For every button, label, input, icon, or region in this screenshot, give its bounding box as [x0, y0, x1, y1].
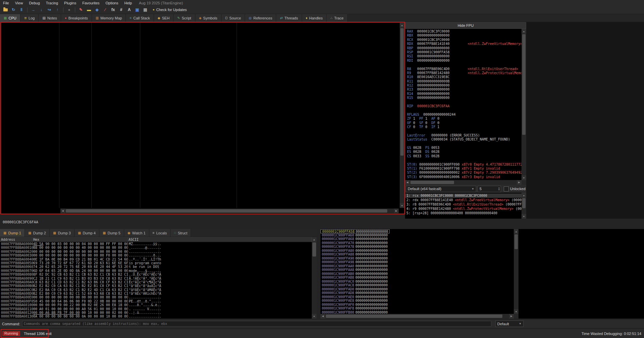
argument-row[interactable]: 1: rcx 000001CBC3FC0000 000001CBC3FC0000 [405, 193, 522, 198]
animate-icon[interactable]: ● [65, 6, 73, 13]
notes-icon[interactable]: ▤ [141, 6, 149, 13]
stack-row[interactable]: 0000001C900FFAF80000000000000000 [320, 306, 390, 311]
dump-tab-dump-4[interactable]: ▦Dump 4 [75, 229, 99, 237]
scroll-down-icon[interactable]: ▼ [312, 314, 316, 319]
pause-icon[interactable]: ‖ [17, 6, 26, 13]
register-line[interactable]: RCX 000001CBC3FC0000 [407, 38, 522, 42]
stack-row[interactable]: 0000001C900FFAE80000000000000000 [320, 299, 390, 303]
scroll-down-icon[interactable]: ▼ [400, 203, 404, 208]
stack-row[interactable]: 0000001C900FFAB80000000000000000 [320, 276, 390, 280]
disassembly-pane[interactable] [1, 22, 405, 214]
menu-options[interactable]: Options [103, 0, 121, 6]
menu-view[interactable]: View [12, 0, 26, 6]
register-line[interactable]: OF 0 SF 0 DF 0 [407, 121, 522, 125]
step-into-icon[interactable]: ↓ [37, 6, 45, 13]
register-line[interactable]: CF 0 TF 0 IF 1 [407, 125, 522, 129]
menu-plugins[interactable]: Plugins [61, 0, 79, 6]
register-line[interactable]: ST(0) 00000000001C900FF090 x87r0 Empty 4… [407, 163, 522, 167]
dump-row[interactable]: 00007FFB8BA60010B8 00 00 00 00 00 00 00 … [0, 246, 312, 249]
dump-row[interactable]: 00007FFB8BA600C0B2 E2 BA C0 C8 63 B2 C1 … [0, 288, 312, 292]
register-line[interactable]: RFLAGS 0000000000000244 [407, 113, 522, 117]
menu-help[interactable]: Help [121, 0, 135, 6]
tab-seh[interactable]: ◆SEH [154, 14, 174, 22]
dump-row[interactable]: 00007FFB8BA600808F 02 DC 92 CB 63 B2 C1 … [0, 273, 312, 276]
register-line[interactable]: RDI 0000000000000000 [407, 59, 522, 63]
stack-row[interactable]: 0000001C900FFAD00000000000000000 [320, 287, 390, 291]
tab-symbols[interactable]: ◈Symbols [195, 14, 221, 22]
register-line[interactable] [407, 142, 522, 146]
unlocked-checkbox[interactable] [504, 186, 509, 191]
dump-row[interactable]: 00007FFB8BA600D0B2 E2 B0 C0 C9 63 B2 C1 … [0, 292, 312, 295]
command-profile-select[interactable]: Default ▼ [495, 321, 524, 327]
command-input[interactable] [22, 321, 491, 327]
register-line[interactable]: RBX 0000000000000000 [407, 34, 522, 38]
scroll-up-icon[interactable]: ▲ [400, 23, 404, 27]
register-line[interactable]: ST(3) 6F000000000040010006 x87r3 Empty i… [407, 175, 522, 179]
step-out-icon[interactable]: ↑ [53, 6, 61, 13]
tab-log[interactable]: ≣Log [20, 14, 39, 22]
tab-memory-map[interactable]: ▥Memory Map [92, 14, 126, 22]
register-line[interactable]: CS 0033 SS 002B [407, 154, 522, 158]
register-line[interactable]: RAX 000001CBC3FC0000 [407, 30, 522, 34]
check-for-updates-button[interactable]: ● Check for Updates [153, 8, 187, 12]
stack-vertical-scrollbar[interactable]: ▲ ▼ [514, 229, 518, 314]
stack-row[interactable]: 0000001C900FFAA00000000000000000 [320, 264, 390, 268]
register-line[interactable]: ZF 1 PF 1 AF 0 [407, 117, 522, 121]
bookmark-icon[interactable]: ◆ [93, 6, 101, 13]
stack-row[interactable]: 0000001C900FFA900000000000000000 [320, 257, 390, 261]
restart-icon[interactable]: ↻ [9, 6, 17, 13]
open-file-icon[interactable] [1, 6, 9, 13]
dump-row[interactable]: 00007FFB8BA6006074 20 62 65 20 72 75 6E … [0, 265, 312, 269]
scroll-right-icon[interactable]: ▶ [509, 314, 514, 319]
tab-references[interactable]: ◎References [245, 14, 276, 22]
register-line[interactable] [407, 63, 522, 67]
stack-row[interactable]: 0000001C900FFA800000000000000000 [320, 249, 390, 253]
argument-count-spinner[interactable]: 5 ▲▼ [478, 186, 501, 192]
tab-handles[interactable]: ♦Handles [302, 14, 327, 22]
stack-pane[interactable]: 0000001C900FFA5800000000000000000000001C… [320, 229, 644, 319]
run-icon[interactable]: → [29, 6, 37, 13]
fill-icon[interactable]: ▬ [85, 6, 93, 13]
registers-vertical-scrollbar[interactable]: ▲ ▼ [522, 29, 526, 180]
registers-pane[interactable]: RAX 000001CBC3FC0000RBX 0000000000000000… [405, 29, 522, 180]
dump-tab-dump-5[interactable]: ▦Dump 5 [99, 229, 124, 237]
tab-source[interactable]: ⟨⟩Source [221, 14, 245, 22]
register-line[interactable]: ST(2) 00000000000000000002 x87r2 Empty 7… [407, 171, 522, 175]
disasm-vertical-scrollbar[interactable]: ▲ ▼ [400, 23, 404, 208]
register-line[interactable]: R15 0000000000000000 [407, 96, 522, 100]
dump-row[interactable]: 00007FFB8BA60090C2 1B 21 C1 C9 63 B2 C1 … [0, 277, 312, 280]
arguments-pane[interactable]: 1: rcx 000001CBC3FC0000 000001CBC3FC0000… [405, 193, 522, 219]
stack-horizontal-scrollbar[interactable]: ◀ ▶ [320, 314, 514, 319]
argument-row[interactable]: 4: r9 00007FFB8E142480 <ntdll.ZwProtectV… [405, 207, 522, 211]
highlight-icon[interactable]: ∕ [101, 6, 109, 13]
register-line[interactable]: R10 8E0016AECC319E8C [407, 75, 522, 79]
argument-row[interactable]: 5: [rsp+28] 0000000000000400 00000000000… [405, 211, 522, 215]
register-line[interactable]: R11 000000000000000B [407, 79, 522, 83]
tab-notes[interactable]: ▤Notes [39, 14, 61, 22]
dump-row[interactable]: 00007FFB8BA6011000 A0 01 00 00 00 00 00 … [0, 307, 312, 311]
dump-tab-locals[interactable]: ≡Locals [149, 229, 171, 237]
dump-tab-dump-3[interactable]: ▦Dump 3 [50, 229, 75, 237]
stack-row[interactable]: 0000001C900FFAB00000000000000000 [320, 272, 390, 276]
stack-row[interactable]: 0000001C900FFA680000000000000000 [320, 237, 390, 241]
register-line[interactable] [407, 129, 522, 133]
scroll-up-icon[interactable]: ▲ [522, 29, 526, 34]
menu-favourites[interactable]: Favourites [79, 0, 102, 6]
scroll-up-icon[interactable]: ▲ [514, 229, 518, 234]
dump-row[interactable]: 00007FFB8BA601300A 00 00 00 00 00 00 00 … [0, 315, 312, 318]
spinner-arrows-icon[interactable]: ▲▼ [498, 187, 501, 191]
register-line[interactable]: ST(1) F6100000001C900FF798 x87r1 Empty i… [407, 167, 522, 171]
calling-convention-select[interactable]: Default (x64 fastcall) ▼ [406, 186, 476, 192]
scroll-left-icon[interactable]: ◀ [405, 180, 410, 185]
scroll-up-icon[interactable]: ▲ [522, 193, 526, 198]
dump-row[interactable]: 00007FFB8BA6005069 73 20 70 72 6F 67 72 … [0, 261, 312, 265]
stack-row[interactable]: 0000001C900FFAA80000000000000000 [320, 268, 390, 272]
argument-row[interactable]: 3: r8 00007FFB8E06C4D0 <ntdll.RtlExitUse… [405, 202, 522, 207]
stack-row[interactable]: 0000001C900FFAF00000000000000000 [320, 303, 390, 307]
tab-threads[interactable]: ⇄Threads [276, 14, 302, 22]
menu-tracing[interactable]: Tracing [43, 0, 61, 6]
register-line[interactable]: RBP 0000000000000000 [407, 46, 522, 50]
stack-row[interactable]: 0000001C900FFAC00000000000000000 [320, 280, 390, 284]
register-line[interactable]: RSI 0000000000000000 [407, 54, 522, 58]
register-line[interactable]: RSP 0000001C900FFA58 [407, 50, 522, 54]
